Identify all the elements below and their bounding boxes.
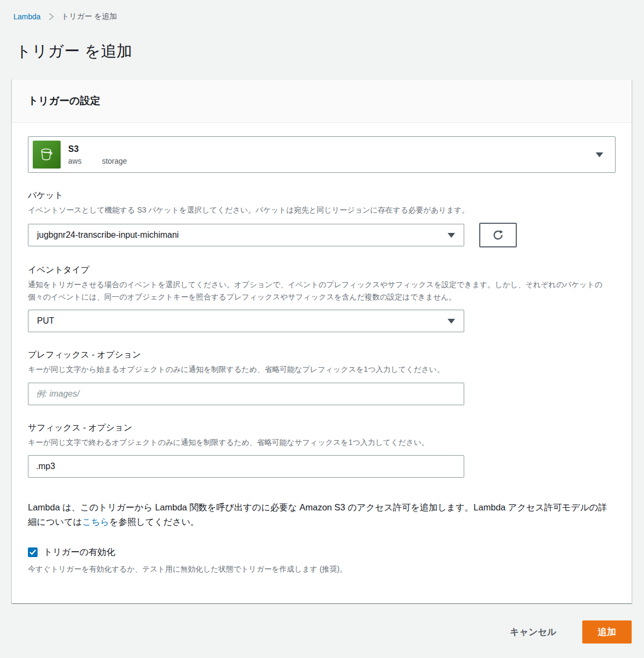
page-title: トリガー を追加 <box>16 41 644 62</box>
suffix-description: キーが同じ文字で終わるオブジェクトのみに通知を制限するため、省略可能なサフィック… <box>28 436 616 448</box>
cancel-button[interactable]: キャンセル <box>504 622 562 642</box>
source-meta: S3 aws storage <box>68 144 127 165</box>
event-type-description: 通知をトリガーさせる場合のイベントを選択してください。オプションで、イベントのプ… <box>28 279 616 303</box>
bucket-select-value: jugbgnr24-transcribe-input-michimani <box>37 230 179 240</box>
breadcrumb-chevron-icon <box>48 13 54 20</box>
panel-header: トリガーの設定 <box>12 79 632 123</box>
prefix-description: キーが同じ文字から始まるオブジェクトのみに通知を制限するため、省略可能なプレフィ… <box>28 363 616 375</box>
source-tag-category: storage <box>102 157 127 165</box>
prefix-label: プレフィックス - オプション <box>28 349 616 361</box>
enable-trigger-label[interactable]: トリガーの有効化 <box>43 546 115 558</box>
form-actions: キャンセル 追加 <box>0 620 632 644</box>
breadcrumb-lambda-link[interactable]: Lambda <box>13 12 41 21</box>
add-trigger-button[interactable]: 追加 <box>582 620 632 644</box>
check-icon <box>30 549 36 555</box>
event-type-select-value: PUT <box>37 316 54 326</box>
panel-title: トリガーの設定 <box>28 94 616 108</box>
event-type-label: イベントタイプ <box>28 265 616 276</box>
source-tag-vendor: aws <box>68 157 82 165</box>
event-type-select[interactable]: PUT <box>28 310 464 332</box>
permission-note-text-after: を参照してください。 <box>109 517 200 527</box>
bucket-label: バケット <box>28 190 616 201</box>
bucket-control-row: jugbgnr24-transcribe-input-michimani <box>28 223 616 247</box>
panel-body: S3 aws storage バケット イベントソースとして機能する S3 バケ… <box>12 123 632 603</box>
suffix-label: サフィックス - オプション <box>28 422 616 434</box>
s3-service-icon <box>33 141 61 169</box>
enable-trigger-description: 今すぐトリガーを有効化するか、テスト用に無効化した状態でトリガーを作成します (… <box>28 563 616 575</box>
permission-learn-more-link[interactable]: こちら <box>82 517 109 527</box>
suffix-field: サフィックス - オプション キーが同じ文字で終わるオブジェクトのみに通知を制限… <box>28 422 616 478</box>
suffix-input[interactable] <box>28 455 464 478</box>
enable-trigger-row: トリガーの有効化 <box>28 546 616 558</box>
breadcrumb: Lambda トリガー を追加 <box>0 0 644 21</box>
chevron-down-icon <box>448 233 455 238</box>
breadcrumb-current-page: トリガー を追加 <box>62 12 117 21</box>
prefix-field: プレフィックス - オプション キーが同じ文字から始まるオブジェクトのみに通知を… <box>28 349 616 405</box>
event-type-field: イベントタイプ 通知をトリガーさせる場合のイベントを選択してください。オプション… <box>28 265 616 332</box>
trigger-source-select[interactable]: S3 aws storage <box>28 136 616 173</box>
enable-trigger-checkbox[interactable] <box>28 547 38 557</box>
source-tags: aws storage <box>68 157 127 165</box>
bucket-field: バケット イベントソースとして機能する S3 バケットを選択してください。バケッ… <box>28 190 616 247</box>
bucket-description: イベントソースとして機能する S3 バケットを選択してください。バケットは宛先と… <box>28 204 616 216</box>
bucket-select[interactable]: jugbgnr24-transcribe-input-michimani <box>28 224 464 246</box>
chevron-down-icon <box>448 319 455 324</box>
refresh-icon <box>492 229 504 242</box>
chevron-down-icon <box>596 152 603 157</box>
refresh-buckets-button[interactable] <box>479 223 517 247</box>
trigger-configuration-panel: トリガーの設定 S3 aws storage バケット <box>12 79 632 603</box>
source-name: S3 <box>68 144 127 155</box>
prefix-input[interactable] <box>28 383 464 405</box>
permission-note: Lambda は、このトリガーから Lambda 関数を呼び出すのに必要な Am… <box>28 500 616 529</box>
